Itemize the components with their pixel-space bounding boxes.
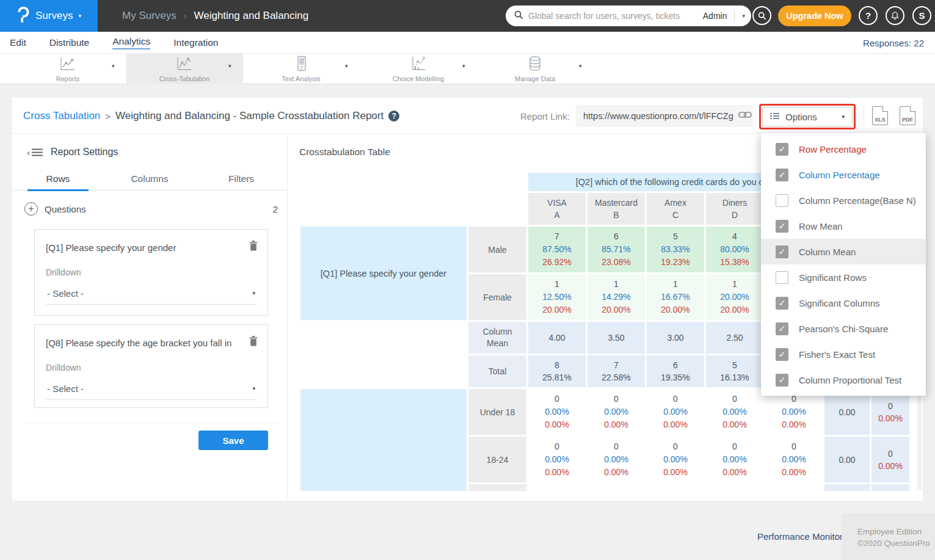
data-cell: 00.00%0.00%: [528, 389, 586, 435]
toolbar-item-reports[interactable]: Reports: [22, 56, 114, 84]
menu-item-label: Row Mean: [799, 221, 843, 231]
row-total-cell: 00.00%: [871, 389, 909, 435]
data-cell: 00.00%0.00%: [588, 437, 645, 482]
summary-row-label: Total: [468, 355, 526, 387]
data-cell: 685.71%23.08%: [588, 227, 645, 272]
toolbar-item-label: Reports: [56, 75, 80, 82]
toolbar-item-label: Text Analysis: [282, 75, 321, 82]
delete-question-button[interactable]: [249, 336, 258, 349]
row-label: [468, 484, 526, 491]
drilldown-select[interactable]: - Select - ▾: [46, 286, 256, 305]
menu-item-label: Column Percentage: [799, 170, 880, 180]
column-header: MastercardB: [588, 193, 645, 225]
performance-monitor-link[interactable]: Performance Monitor: [757, 531, 843, 542]
checkbox[interactable]: ✓: [776, 374, 788, 387]
menu-item-row-mean[interactable]: ✓Row Mean: [761, 213, 926, 239]
save-button[interactable]: Save: [198, 431, 268, 450]
search-scope-value[interactable]: Admin: [703, 11, 727, 21]
menu-item-pearson-s-chi-square[interactable]: ✓Pearson's Chi-Square: [761, 316, 926, 341]
report-url[interactable]: https://www.questionpro.com/t/lFFCZg: [583, 111, 733, 121]
menu-item-column-mean[interactable]: ✓Column Mean: [761, 239, 926, 264]
toolbar-caret-cross-tabulation[interactable]: ▾: [228, 63, 231, 69]
options-button[interactable]: Options ▾: [762, 107, 853, 126]
checkbox[interactable]: [776, 271, 788, 284]
export-xls-button[interactable]: XLS: [872, 106, 888, 125]
upgrade-now-button[interactable]: Upgrade Now: [778, 5, 851, 26]
menu-item-label: Column Mean: [799, 247, 856, 257]
help-button[interactable]: ?: [859, 6, 878, 25]
export-pdf-button[interactable]: PDF: [900, 106, 915, 125]
pdf-label: PDF: [900, 117, 915, 123]
chevron-down-icon[interactable]: ▾: [742, 13, 745, 19]
add-question-button[interactable]: +: [24, 202, 38, 216]
checkbox[interactable]: [776, 194, 788, 207]
tab-integration[interactable]: Integration: [173, 37, 218, 48]
toolbar-item-cross-tabulation[interactable]: Cross-Tabulation: [139, 56, 230, 84]
menu-item-column-proportional-test[interactable]: ✓Column Proportional Test: [761, 367, 926, 393]
menu-item-column-percentage-base-n-[interactable]: Column Percentage(Base N): [761, 187, 926, 213]
data-cell: 00.00%0.00%: [765, 389, 823, 435]
report-url-box[interactable]: https://www.questionpro.com/t/lFFCZg: [576, 105, 753, 127]
menu-item-row-percentage[interactable]: ✓Row Percentage: [761, 136, 926, 162]
menu-item-label: Fisher's Exact Test: [799, 349, 875, 360]
report-settings-header[interactable]: ‹ Report Settings: [27, 147, 118, 158]
summary-cell: 4.00: [528, 322, 586, 354]
row-mean-cell: [824, 484, 870, 491]
menu-item-significant-columns[interactable]: ✓Significant Columns: [761, 290, 926, 316]
toolbar-caret-reports[interactable]: ▾: [112, 63, 115, 69]
checkbox[interactable]: ✓: [776, 143, 788, 156]
tab-rows[interactable]: Rows: [12, 169, 104, 191]
toolbar-item-manage-data[interactable]: Manage Data: [489, 56, 581, 84]
toolbar-item-label: Cross-Tabulation: [159, 75, 210, 82]
delete-question-button[interactable]: [249, 241, 258, 253]
checkbox[interactable]: ✓: [776, 245, 788, 258]
tab-columns[interactable]: Columns: [104, 169, 195, 191]
checkbox[interactable]: ✓: [776, 348, 788, 361]
data-cell: 120.00%20.00%: [706, 274, 763, 320]
search-icon: [758, 12, 766, 20]
link-icon[interactable]: [738, 111, 752, 122]
tab-analytics[interactable]: Analytics: [112, 36, 150, 49]
menu-item-fisher-s-exact-test[interactable]: ✓Fisher's Exact Test: [761, 341, 926, 367]
tab-distribute[interactable]: Distribute: [49, 37, 89, 48]
search-submit-button[interactable]: [752, 6, 771, 25]
checkbox[interactable]: ✓: [776, 220, 788, 233]
tab-filters[interactable]: Filters: [195, 169, 287, 191]
breadcrumb: My Surveys › Weighting and Balancing: [122, 0, 308, 32]
menu-item-label: Pearson's Chi-Square: [799, 324, 888, 334]
analytics-toolbar: Reports Cross-Tabulation Text Analysis C…: [0, 54, 935, 84]
row-mean-cell: 0.00: [824, 437, 870, 482]
search-input[interactable]: [528, 11, 698, 21]
breadcrumb-my-surveys[interactable]: My Surveys: [122, 10, 176, 22]
checkbox[interactable]: ✓: [776, 322, 788, 335]
settings-tabs: Rows Columns Filters: [12, 169, 287, 191]
options-label: Options: [785, 112, 817, 122]
menu-item-significant-rows[interactable]: Significant Rows: [761, 264, 926, 290]
toolbar-item-label: Manage Data: [515, 75, 555, 82]
collapse-panel-icon[interactable]: ‹: [27, 147, 43, 158]
toolbar-caret-text-analysis[interactable]: ▾: [345, 63, 348, 69]
notifications-button[interactable]: [886, 6, 904, 25]
menu-item-column-percentage[interactable]: ✓Column Percentage: [761, 162, 926, 187]
toolbar-item-choice-modelling[interactable]: Choice Modelling: [373, 56, 464, 84]
avatar[interactable]: S: [912, 6, 931, 25]
row-label: Female: [468, 274, 526, 320]
folded-corner: [910, 106, 915, 112]
help-icon[interactable]: ?: [388, 111, 399, 122]
table-cell-blank: [300, 322, 467, 354]
toolbar-item-text-analysis[interactable]: Text Analysis: [255, 56, 347, 84]
checkbox[interactable]: ✓: [776, 297, 788, 310]
drilldown-select[interactable]: - Select - ▾: [46, 381, 256, 400]
row-group-label: [Q1] Please specify your gender: [300, 227, 467, 320]
menu-item-label: Column Proportional Test: [799, 375, 901, 385]
tab-edit[interactable]: Edit: [10, 37, 26, 48]
line-chart-icon: [59, 56, 76, 75]
toolbar-caret-choice-modelling[interactable]: ▾: [462, 63, 465, 69]
chevron-right-icon: >: [105, 111, 111, 122]
checkbox[interactable]: ✓: [776, 169, 788, 181]
cross-tabulation-link[interactable]: Cross Tabulation: [23, 110, 100, 122]
product-switcher[interactable]: Surveys ▾: [0, 0, 98, 32]
question-card-q8: [Q8] Please specify the age bracket you …: [34, 324, 268, 408]
summary-row-label: Column Mean: [468, 322, 526, 354]
toolbar-caret-manage-data[interactable]: ▾: [579, 63, 582, 69]
